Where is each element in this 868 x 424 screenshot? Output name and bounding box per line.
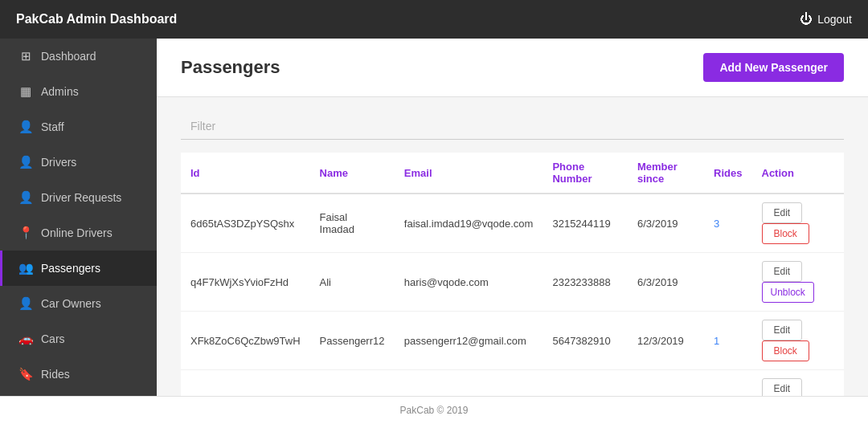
cell-id: 6d65tAS3DZpYSQshx <box>181 194 310 253</box>
block-button[interactable]: Block <box>762 340 809 361</box>
sidebar-item-label: Dashboard <box>41 50 96 63</box>
sidebar-item-passengers[interactable]: 👥 Passengers <box>0 251 157 286</box>
cell-member-since: 13/3/2019 <box>628 370 704 397</box>
drivers-icon: 👤 <box>18 155 33 169</box>
cell-action: EditBlock <box>752 370 845 397</box>
unblock-button[interactable]: Unblock <box>762 282 814 303</box>
cell-phone: 2323233888 <box>542 253 628 312</box>
edit-button[interactable]: Edit <box>762 378 803 396</box>
sidebar-item-staff[interactable]: 👤 Staff <box>0 109 157 145</box>
sidebar-item-label: Online Drivers <box>41 226 113 239</box>
block-button[interactable]: Block <box>762 223 809 244</box>
cell-name: Ali <box>310 253 395 312</box>
sidebar-item-label: Staff <box>41 120 64 133</box>
app-title: PakCab Admin Dashboard <box>16 12 177 26</box>
cell-id: HTDFXhpzDgsgErcSk <box>181 370 310 397</box>
cell-name: Faisal Imadad <box>310 194 395 253</box>
cell-phone: 098 <box>542 370 628 397</box>
page-header: Passengers Add New Passenger <box>157 39 868 97</box>
cell-id: q4F7kWjXsYvioFzHd <box>181 253 310 312</box>
sidebar-item-label: Passengers <box>41 262 100 275</box>
sidebar-item-label: Drivers <box>41 156 76 169</box>
cell-phone: 5647382910 <box>542 312 628 370</box>
car-owners-icon: 👤 <box>18 296 33 311</box>
topbar: PakCab Admin Dashboard ⏻ Logout <box>0 0 868 39</box>
cell-email: faisal.imdad19@vqode.com <box>395 194 543 253</box>
sidebar-item-rides[interactable]: 🔖 Rides <box>0 357 157 392</box>
rides-link[interactable]: 3 <box>714 218 719 230</box>
add-passenger-button[interactable]: Add New Passenger <box>703 53 844 82</box>
edit-button[interactable]: Edit <box>762 202 803 223</box>
layout: ⊞ Dashboard ▦ Admins 👤 Staff 👤 Drivers 👤… <box>0 39 868 396</box>
cell-id: XFk8ZoC6QcZbw9TwH <box>181 312 310 370</box>
dashboard-icon: ⊞ <box>18 49 33 63</box>
sidebar-item-label: Rides <box>41 368 70 381</box>
edit-button[interactable]: Edit <box>762 320 803 340</box>
sidebar: ⊞ Dashboard ▦ Admins 👤 Staff 👤 Drivers 👤… <box>0 39 157 396</box>
table-body: 6d65tAS3DZpYSQshxFaisal Imadadfaisal.imd… <box>181 194 844 396</box>
filter-row <box>181 113 844 140</box>
admins-icon: ▦ <box>18 84 33 99</box>
cell-action: EditBlock <box>752 194 845 253</box>
logout-icon: ⏻ <box>800 12 813 26</box>
cell-email: haris@vqode.com <box>395 253 543 312</box>
col-action: Action <box>752 153 845 194</box>
driver-requests-icon: 👤 <box>18 190 33 205</box>
col-member-since: Member since <box>628 153 704 194</box>
table-row: q4F7kWjXsYvioFzHdAliharis@vqode.com23232… <box>181 253 844 312</box>
cell-email: passengerr12@gmail.com <box>395 312 543 370</box>
staff-icon: 👤 <box>18 120 33 134</box>
sidebar-item-cars[interactable]: 🚗 Cars <box>0 321 157 357</box>
table-row: XFk8ZoC6QcZbw9TwHPassengerr12passengerr1… <box>181 312 844 370</box>
cell-member-since: 12/3/2019 <box>628 312 704 370</box>
cell-phone: 3215244119 <box>542 194 628 253</box>
table-header: IdNameEmailPhone NumberMember sinceRides… <box>181 153 844 194</box>
sidebar-item-drivers[interactable]: 👤 Drivers <box>0 145 157 180</box>
passengers-table: IdNameEmailPhone NumberMember sinceRides… <box>181 153 844 396</box>
cell-action: EditBlock <box>752 312 845 370</box>
cell-member-since: 6/3/2019 <box>628 253 704 312</box>
footer-text: PakCab © 2019 <box>400 405 469 416</box>
sidebar-item-admins[interactable]: ▦ Admins <box>0 74 157 109</box>
logout-button[interactable]: ⏻ Logout <box>800 12 852 26</box>
filter-input[interactable] <box>181 113 844 140</box>
col-rides: Rides <box>704 153 751 194</box>
sidebar-item-label: Car Owners <box>41 297 101 310</box>
cell-rides: 1 <box>704 312 751 370</box>
col-phone-number: Phone Number <box>542 153 628 194</box>
sidebar-item-label: Admins <box>41 85 79 98</box>
cell-action: EditUnblock <box>752 253 845 312</box>
cell-rides: 1 <box>704 370 751 397</box>
col-email: Email <box>395 153 543 194</box>
sidebar-item-driver-requests[interactable]: 👤 Driver Requests <box>0 180 157 215</box>
passengers-icon: 👥 <box>18 261 33 275</box>
online-drivers-icon: 📍 <box>18 226 33 240</box>
footer: PakCab © 2019 <box>0 396 868 424</box>
logout-label: Logout <box>817 13 852 26</box>
sidebar-item-online-drivers[interactable]: 📍 Online Drivers <box>0 215 157 251</box>
sidebar-item-dashboard[interactable]: ⊞ Dashboard <box>0 39 157 74</box>
sidebar-item-label: Cars <box>41 332 65 345</box>
cell-name: Passengerr12 <box>310 312 395 370</box>
table-row: 6d65tAS3DZpYSQshxFaisal Imadadfaisal.imd… <box>181 194 844 253</box>
col-id: Id <box>181 153 310 194</box>
rides-link[interactable]: 1 <box>714 335 719 347</box>
edit-button[interactable]: Edit <box>762 261 803 282</box>
cell-email: adjklsdjkl@alskdasjkl.com <box>395 370 543 397</box>
cars-icon: 🚗 <box>18 332 33 346</box>
sidebar-item-label: Driver Requests <box>41 191 121 204</box>
main-content: Passengers Add New Passenger IdNameEmail… <box>157 39 868 396</box>
cell-member-since: 6/3/2019 <box>628 194 704 253</box>
sidebar-item-car-owners[interactable]: 👤 Car Owners <box>0 286 157 321</box>
col-name: Name <box>310 153 395 194</box>
cell-rides: 3 <box>704 194 751 253</box>
table-section: IdNameEmailPhone NumberMember sinceRides… <box>157 97 868 396</box>
rides-icon: 🔖 <box>18 367 33 381</box>
table-row: HTDFXhpzDgsgErcSkHaris aliadjklsdjkl@als… <box>181 370 844 397</box>
page-title: Passengers <box>181 57 280 78</box>
cell-rides <box>704 253 751 312</box>
cell-name: Haris ali <box>310 370 395 397</box>
